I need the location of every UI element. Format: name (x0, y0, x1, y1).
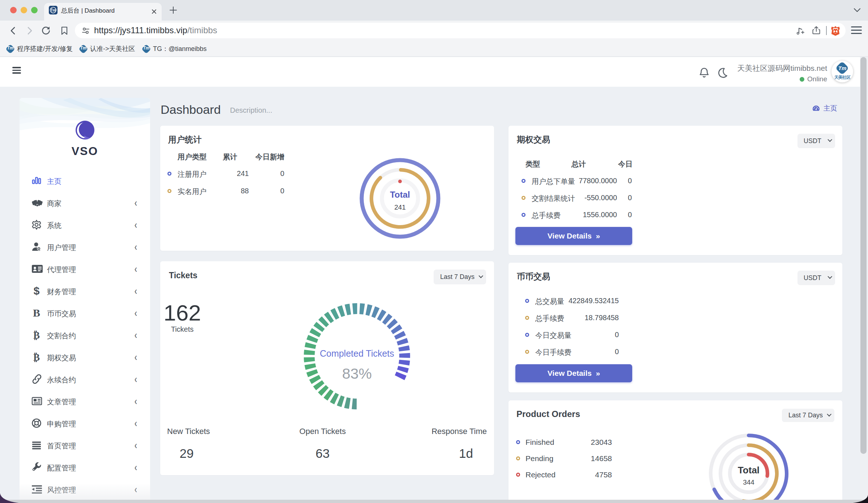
svg-text:₿: ₿ (33, 330, 40, 340)
svg-text:Tm: Tm (51, 8, 56, 12)
svg-text:₿: ₿ (33, 352, 40, 362)
svg-text:B: B (33, 308, 40, 318)
svg-text:$: $ (34, 285, 40, 296)
